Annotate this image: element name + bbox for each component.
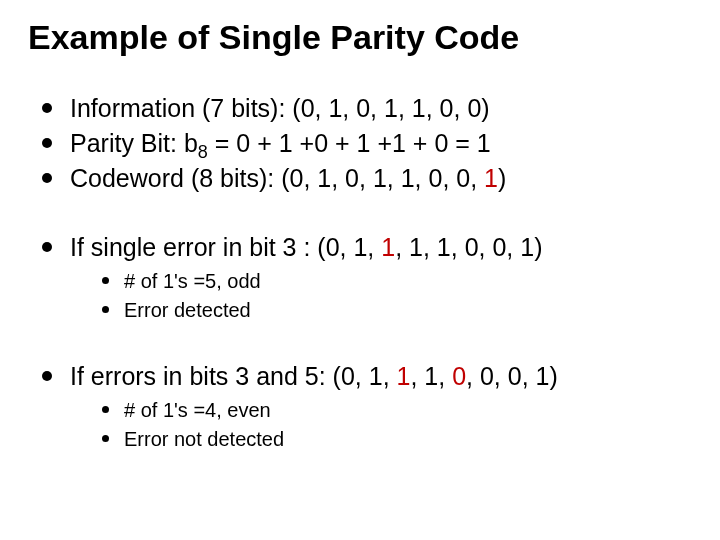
text-run: Error detected <box>124 299 251 321</box>
text-run: Error not detected <box>124 428 284 450</box>
text-run: If single error in bit 3 : (0, 1, <box>70 233 381 261</box>
text-run: 1 <box>397 362 411 390</box>
bullet-item: If single error in bit 3 : (0, 1, 1, 1, … <box>38 230 692 325</box>
text-run: # of 1's =4, even <box>124 399 271 421</box>
bullet-text: Codeword (8 bits): (0, 1, 0, 1, 1, 0, 0,… <box>70 164 506 192</box>
bullet-item: Information (7 bits): (0, 1, 0, 1, 1, 0,… <box>38 91 692 126</box>
text-run: 1 <box>381 233 395 261</box>
slide: Example of Single Parity Code Informatio… <box>0 0 720 540</box>
bullet-item: Codeword (8 bits): (0, 1, 0, 1, 1, 0, 0,… <box>38 161 692 196</box>
text-run: 0 <box>452 362 466 390</box>
sub-bullet-list: # of 1's =5, oddError detected <box>70 267 692 325</box>
text-run: If errors in bits 3 and 5: (0, 1, <box>70 362 397 390</box>
text-run: Codeword (8 bits): (0, 1, 0, 1, 1, 0, 0, <box>70 164 484 192</box>
text-run: = 0 + 1 +0 + 1 +1 + 0 = 1 <box>208 129 491 157</box>
text-run: , 1, <box>410 362 452 390</box>
text-run: , 1, 1, 0, 0, 1) <box>395 233 542 261</box>
sub-bullet-item: Error detected <box>100 296 692 325</box>
sub-bullet-item: # of 1's =4, even <box>100 396 692 425</box>
bullet-item: Parity Bit: b8 = 0 + 1 +0 + 1 +1 + 0 = 1 <box>38 126 692 161</box>
text-run: Parity Bit: b <box>70 129 198 157</box>
text-run: ) <box>498 164 506 192</box>
sub-bullet-item: # of 1's =5, odd <box>100 267 692 296</box>
slide-title: Example of Single Parity Code <box>28 18 692 57</box>
sub-bullet-item: Error not detected <box>100 425 692 454</box>
bullet-text: If errors in bits 3 and 5: (0, 1, 1, 1, … <box>70 362 558 390</box>
text-run: Information (7 bits): (0, 1, 0, 1, 1, 0,… <box>70 94 490 122</box>
text-run: 8 <box>198 142 208 162</box>
bullet-text: Information (7 bits): (0, 1, 0, 1, 1, 0,… <box>70 94 490 122</box>
bullet-item: If errors in bits 3 and 5: (0, 1, 1, 1, … <box>38 359 692 454</box>
sub-bullet-list: # of 1's =4, evenError not detected <box>70 396 692 454</box>
text-run: , 0, 0, 1) <box>466 362 558 390</box>
text-run: 1 <box>484 164 498 192</box>
text-run: # of 1's =5, odd <box>124 270 261 292</box>
bullet-text: Parity Bit: b8 = 0 + 1 +0 + 1 +1 + 0 = 1 <box>70 129 491 157</box>
bullet-text: If single error in bit 3 : (0, 1, 1, 1, … <box>70 233 542 261</box>
bullet-list: Information (7 bits): (0, 1, 0, 1, 1, 0,… <box>28 91 692 454</box>
